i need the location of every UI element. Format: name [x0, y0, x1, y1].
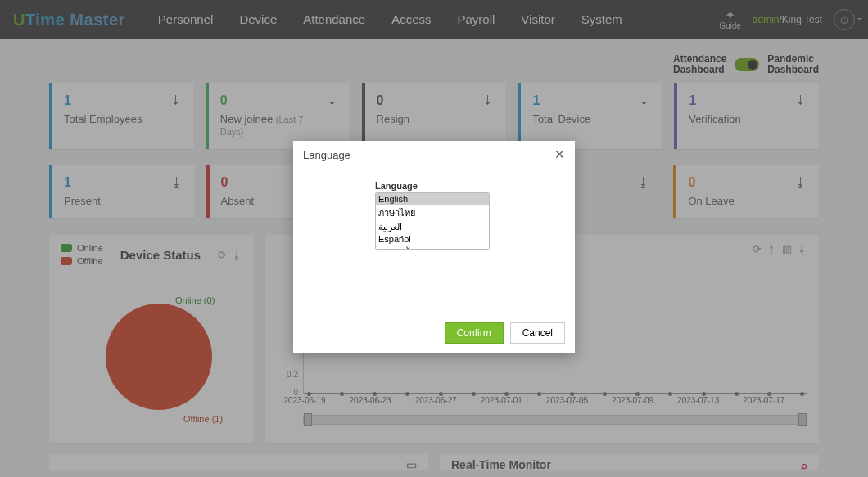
option-russian[interactable]: русский язык [376, 245, 489, 250]
language-field-label: Language [375, 181, 558, 191]
option-thai[interactable]: ภาษาไทย [376, 205, 489, 221]
close-icon[interactable]: ✕ [554, 147, 565, 162]
option-english[interactable]: English [376, 193, 489, 205]
option-arabic[interactable]: العربية [376, 221, 489, 233]
language-modal: Language ✕ Language English ภาษาไทย العر… [293, 141, 575, 353]
option-spanish[interactable]: Español [376, 233, 489, 245]
language-select[interactable]: English ภาษาไทย العربية Español русский … [375, 192, 490, 250]
modal-title: Language [303, 149, 350, 161]
cancel-button[interactable]: Cancel [510, 322, 565, 344]
confirm-button[interactable]: Confirm [445, 322, 504, 344]
